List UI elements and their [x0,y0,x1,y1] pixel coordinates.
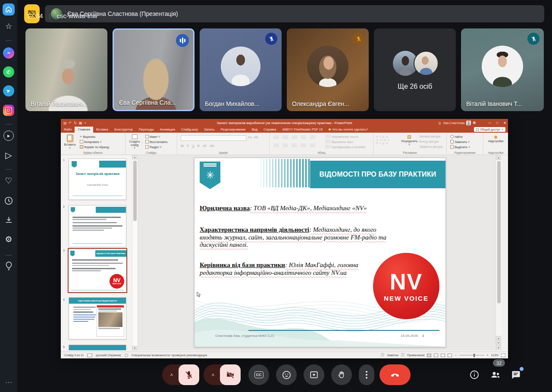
accessibility-label[interactable]: Специальные возможности: проверьте реком… [132,354,207,357]
messenger-button[interactable] [0,47,17,59]
scroll-up-icon[interactable]: ▴ [496,156,501,160]
ideas-button[interactable] [0,261,17,271]
video-tile[interactable]: Богдан Михайлов... [200,28,282,111]
scroll-down-icon[interactable]: ▾ [132,346,137,350]
present-button[interactable] [304,364,324,385]
slide-thumbnail-3-selected[interactable]: ВІДОМОСТІ ПРО БАЗУ ПРАКТИКИ NV NEW VOICE [68,248,127,293]
more-options-button[interactable] [359,364,374,385]
section-button[interactable]: Раздел˅ [145,145,161,149]
align-text-button[interactable]: Выровнять текст [325,140,354,144]
font-name-combobox[interactable] [181,135,246,141]
format-painter-button[interactable]: Формат по образцу [80,145,109,149]
scrollbar-thumb[interactable] [133,161,137,221]
history-button[interactable] [0,196,17,205]
settings-gear-icon[interactable]: ⚙ [0,234,17,244]
language-label[interactable]: русский (Украина) [96,354,121,357]
raise-hand-button[interactable] [331,364,352,385]
zoom-slider[interactable] [459,355,484,355]
replace-button[interactable]: Заменить˅ [450,140,470,143]
layout-button[interactable]: Макет˅ [145,135,160,138]
tab-design[interactable]: Конструктор [111,127,136,133]
reading-view-button[interactable] [441,354,445,357]
font-style-buttons[interactable]: ЖК ЧS абАВ [181,144,214,148]
tell-me-box[interactable]: Что вы хотите сделать? [326,127,371,133]
tab-insert[interactable]: Вставка [93,127,111,133]
select-button[interactable]: Выделить˅ [450,145,470,149]
tab-view[interactable]: Вид [248,127,260,133]
account-avatar[interactable] [466,121,471,125]
share-button[interactable]: Общий доступ ˅ [474,127,505,132]
notes-button[interactable]: Заметки [387,354,398,357]
slide-sorter-button[interactable] [434,354,438,357]
video-tile[interactable]: Віталій Йосипович... [25,28,107,111]
addins-button[interactable]: Надстройки [483,136,508,143]
meeting-details-button[interactable] [469,370,480,382]
tab-transitions[interactable]: Переходы [136,127,157,133]
keyboard-icon[interactable] [87,354,92,357]
scroll-up-icon[interactable]: ▴ [132,155,137,159]
next-slide-icon[interactable]: ▾ [496,341,501,345]
restore-button[interactable]: □ [496,121,498,125]
tab-review[interactable]: Рецензирование [218,127,249,133]
account-name[interactable]: Ева Сластнова [443,121,464,124]
scrollbar-thumb[interactable] [497,161,501,303]
scroll-down-icon[interactable]: ▾ [496,345,501,350]
arrange-button[interactable]: Упорядочить˅ [400,135,418,146]
downloads-button[interactable] [0,215,17,224]
slide-thumbnail-1[interactable]: Захист матеріалів практики Сластнова Єва… [69,159,126,200]
shape-fill-button[interactable]: Заливка фигуры [419,135,441,138]
whatsapp-button[interactable]: ✆ [0,66,17,78]
camera-toggle-button[interactable] [220,364,241,385]
slideshow-view-button[interactable] [448,354,452,357]
new-slide-button[interactable]: Создать слайд˅ [127,134,142,150]
font-size-buttons[interactable]: АаАВ [248,136,258,139]
close-button[interactable]: ✕ [503,121,506,125]
list-buttons[interactable] [273,136,315,140]
normal-view-button[interactable] [427,354,431,357]
zoom-level[interactable]: 113% [491,354,499,357]
reset-button[interactable]: Восстановить [145,140,168,143]
paste-button[interactable]: Вставить˅ [63,134,76,149]
media-button[interactable]: ▶ [0,131,17,141]
fit-slide-button[interactable] [501,354,505,357]
captions-button[interactable]: CC [248,364,269,385]
slide-thumbnail-4[interactable]: ПІДГОТОВЛЕНІ АВТОРСЬКІ МЕДІАПРОДУКТИ [69,297,126,339]
slideshow-icon[interactable]: ▦ [79,121,82,125]
tab-animations[interactable]: Анимация [157,127,178,133]
star-icon[interactable]: ☆ [0,22,17,31]
text-direction-button[interactable]: Направление текста [325,135,358,139]
cut-button[interactable]: ✂Вырезать [80,135,95,138]
tab-help[interactable]: Справка [260,127,279,133]
find-button[interactable]: Найти [450,135,463,138]
shapes-gallery[interactable]: □ ○ △ ◇☆ ⇦ ⇨ ○□ ○ △ ◇ [376,135,389,145]
zoom-out-button[interactable]: − [455,354,456,357]
telegram-button[interactable]: ➤ [0,85,17,96]
undo-icon[interactable]: ↶ [69,121,72,125]
tab-home[interactable]: Главная [75,127,93,133]
redo-icon[interactable]: ↻ [74,121,77,125]
participants-button[interactable] [490,370,501,382]
tab-abbyy[interactable]: ABBYY FineReader PDF 15 [279,127,326,133]
chat-button[interactable] [511,370,521,382]
shape-effects-button[interactable]: Эффекты фигуры [419,145,442,148]
copy-button[interactable]: Копировать˅ [80,140,102,143]
save-icon[interactable]: ▤ [63,121,67,125]
zoom-slider-thumb[interactable] [474,354,475,357]
heart-icon[interactable]: ♡ [0,176,17,186]
video-tile[interactable]: Олександра Євген... [287,28,369,111]
video-tile[interactable]: Віталій Іванович Т... [461,28,544,111]
ribbon-display-icon[interactable]: ▦ [473,121,476,124]
current-slide[interactable]: ✳ ВІДОМОСТІ ПРО БАЗУ ПРАКТИКИ Юридична н… [194,158,446,347]
overflow-tile[interactable]: Ще 26 осіб [374,28,456,111]
slide-thumbnail-5[interactable] [69,345,126,350]
reactions-button[interactable] [276,364,297,385]
align-buttons[interactable] [273,144,315,148]
send-icon[interactable]: ▷ [0,150,17,160]
instagram-button[interactable] [0,105,17,116]
tab-file[interactable]: Файл [61,127,75,133]
shape-outline-button[interactable]: Контур фигуры [419,140,439,143]
bell-icon[interactable] [438,121,442,125]
home-button[interactable] [0,3,17,16]
previous-slide-icon[interactable]: ▴ [496,336,501,340]
zoom-in-button[interactable]: + [487,354,489,357]
